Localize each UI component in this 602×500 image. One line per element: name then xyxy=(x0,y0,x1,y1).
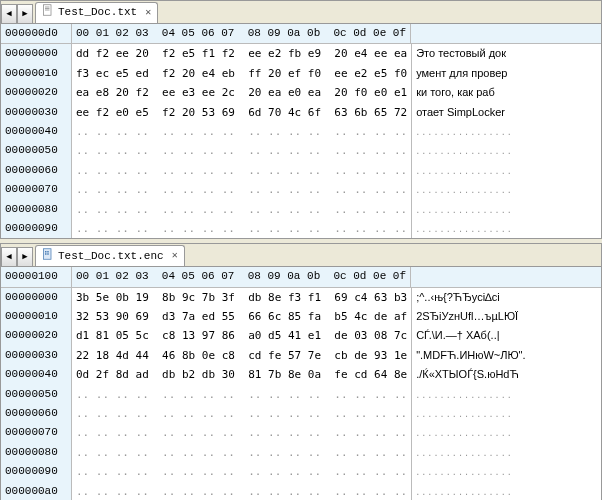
address-cell: 00000040 xyxy=(1,122,72,141)
address-cell: 00000070 xyxy=(1,423,72,442)
hex-bytes[interactable]: ee f2 e0 e5 f2 20 53 69 6d 70 4c 6f 63 6… xyxy=(72,103,412,122)
hex-row[interactable]: 00000010f3 ec e5 ed f2 20 e4 eb ff 20 ef… xyxy=(1,64,601,83)
ascii-cell: умент для провер xyxy=(412,64,554,83)
address-cell: 00000040 xyxy=(1,365,72,384)
hex-row[interactable]: 00000090.. .. .. .. .. .. .. .. .. .. ..… xyxy=(1,219,601,238)
hex-bytes[interactable]: dd f2 ee 20 f2 e5 f1 f2 ee e2 fb e9 20 e… xyxy=(72,44,412,63)
address-cell: 00000000 xyxy=(1,288,72,307)
ascii-cell: . . . . . . . . . . . . . . . . xyxy=(412,161,554,180)
hex-view[interactable]: 0000010000 01 02 03 04 05 06 07 08 09 0a… xyxy=(1,267,601,500)
address-cell: 00000050 xyxy=(1,141,72,160)
hex-bytes[interactable]: 22 18 4d 44 46 8b 0e c8 cd fe 57 7e cb d… xyxy=(72,346,412,365)
address-cell: 00000050 xyxy=(1,385,72,404)
hex-row[interactable]: 00000060.. .. .. .. .. .. .. .. .. .. ..… xyxy=(1,404,601,423)
hex-bytes[interactable]: .. .. .. .. .. .. .. .. .. .. .. .. .. .… xyxy=(72,443,412,462)
hex-row[interactable]: 0000001032 53 90 69 d3 7a ed 55 66 6c 85… xyxy=(1,307,601,326)
ascii-cell: . . . . . . . . . . . . . . . . xyxy=(412,219,554,238)
tab-label: Test_Doc.txt.enc xyxy=(58,249,164,264)
hex-row[interactable]: 00000050.. .. .. .. .. .. .. .. .. .. ..… xyxy=(1,385,601,404)
header-offset: 000000d0 xyxy=(1,24,72,43)
svg-rect-7 xyxy=(45,253,47,255)
ascii-cell: . . . . . . . . . . . . . . . . xyxy=(412,482,554,500)
ascii-cell: . . . . . . . . . . . . . . . . xyxy=(412,385,554,404)
nav-left-button[interactable]: ◀ xyxy=(1,247,17,266)
ascii-cell: ки того, как раб xyxy=(412,83,554,102)
text-file-icon xyxy=(42,4,58,21)
hex-editor-pane: ◀▶Test_Doc.txt.enc✕0000010000 01 02 03 0… xyxy=(0,243,602,500)
address-cell: 000000a0 xyxy=(1,482,72,500)
svg-rect-5 xyxy=(45,251,47,253)
ascii-cell: ".MDFЋ.ИНюW~ЛЮ". xyxy=(412,346,554,365)
column-headers: 00 01 02 03 04 05 06 07 08 09 0a 0b 0c 0… xyxy=(72,267,411,286)
address-cell: 00000020 xyxy=(1,326,72,345)
hex-view[interactable]: 000000d000 01 02 03 04 05 06 07 08 09 0a… xyxy=(1,24,601,238)
tab-label: Test_Doc.txt xyxy=(58,5,137,20)
hex-bytes[interactable]: d1 81 05 5c c8 13 97 86 a0 d5 41 e1 de 0… xyxy=(72,326,412,345)
close-icon[interactable]: ✕ xyxy=(172,249,178,263)
address-cell: 00000030 xyxy=(1,103,72,122)
hex-row[interactable]: 00000080.. .. .. .. .. .. .. .. .. .. ..… xyxy=(1,200,601,219)
column-header-row: 000000d000 01 02 03 04 05 06 07 08 09 0a… xyxy=(1,24,601,44)
address-cell: 00000010 xyxy=(1,64,72,83)
ascii-header xyxy=(411,24,553,43)
hex-row[interactable]: 000000a0.. .. .. .. .. .. .. .. .. .. ..… xyxy=(1,482,601,500)
hex-bytes[interactable]: ea e8 20 f2 ee e3 ee 2c 20 ea e0 ea 20 f… xyxy=(72,83,412,102)
hex-bytes[interactable]: .. .. .. .. .. .. .. .. .. .. .. .. .. .… xyxy=(72,482,412,500)
ascii-cell: 2SЂiУzнUfl…ъµLЮЇ xyxy=(412,307,554,326)
hex-row[interactable]: 00000050.. .. .. .. .. .. .. .. .. .. ..… xyxy=(1,141,601,160)
hex-bytes[interactable]: .. .. .. .. .. .. .. .. .. .. .. .. .. .… xyxy=(72,462,412,481)
ascii-cell: . . . . . . . . . . . . . . . . xyxy=(412,462,554,481)
hex-bytes[interactable]: .. .. .. .. .. .. .. .. .. .. .. .. .. .… xyxy=(72,180,412,199)
hex-bytes[interactable]: .. .. .. .. .. .. .. .. .. .. .. .. .. .… xyxy=(72,200,412,219)
hex-bytes[interactable]: 0d 2f 8d ad db b2 db 30 81 7b 8e 0a fe c… xyxy=(72,365,412,384)
address-cell: 00000020 xyxy=(1,83,72,102)
hex-row[interactable]: 000000400d 2f 8d ad db b2 db 30 81 7b 8e… xyxy=(1,365,601,384)
hex-row[interactable]: 00000070.. .. .. .. .. .. .. .. .. .. ..… xyxy=(1,423,601,442)
hex-row[interactable]: 00000000dd f2 ee 20 f2 e5 f1 f2 ee e2 fb… xyxy=(1,44,601,63)
address-cell: 00000090 xyxy=(1,462,72,481)
hex-bytes[interactable]: .. .. .. .. .. .. .. .. .. .. .. .. .. .… xyxy=(72,161,412,180)
close-icon[interactable]: ✕ xyxy=(145,6,151,20)
hex-bytes[interactable]: f3 ec e5 ed f2 20 e4 eb ff 20 ef f0 ee e… xyxy=(72,64,412,83)
nav-left-button[interactable]: ◀ xyxy=(1,4,17,23)
file-tab[interactable]: Test_Doc.txt.enc✕ xyxy=(35,245,185,266)
ascii-header xyxy=(411,267,553,286)
ascii-cell: . . . . . . . . . . . . . . . . xyxy=(412,404,554,423)
hex-bytes[interactable]: .. .. .. .. .. .. .. .. .. .. .. .. .. .… xyxy=(72,219,412,238)
address-cell: 00000080 xyxy=(1,443,72,462)
address-cell: 00000000 xyxy=(1,44,72,63)
svg-rect-8 xyxy=(47,253,49,255)
hex-row[interactable]: 00000080.. .. .. .. .. .. .. .. .. .. ..… xyxy=(1,443,601,462)
ascii-cell: . . . . . . . . . . . . . . . . xyxy=(412,122,554,141)
ascii-cell: . . . . . . . . . . . . . . . . xyxy=(412,180,554,199)
hex-row[interactable]: 0000003022 18 4d 44 46 8b 0e c8 cd fe 57… xyxy=(1,346,601,365)
nav-right-button[interactable]: ▶ xyxy=(17,247,33,266)
ascii-cell: ./Ќ«XTЫОЃ{Ѕ.юНdЋ xyxy=(412,365,554,384)
nav-right-button[interactable]: ▶ xyxy=(17,4,33,23)
hex-row[interactable]: 00000030ee f2 e0 e5 f2 20 53 69 6d 70 4c… xyxy=(1,103,601,122)
file-tab[interactable]: Test_Doc.txt✕ xyxy=(35,2,158,23)
hex-row[interactable]: 00000090.. .. .. .. .. .. .. .. .. .. ..… xyxy=(1,462,601,481)
hex-editor-pane: ◀▶Test_Doc.txt✕000000d000 01 02 03 04 05… xyxy=(0,0,602,239)
binary-file-icon xyxy=(42,248,58,265)
hex-row[interactable]: 00000060.. .. .. .. .. .. .. .. .. .. ..… xyxy=(1,161,601,180)
hex-row[interactable]: 00000020d1 81 05 5c c8 13 97 86 a0 d5 41… xyxy=(1,326,601,345)
hex-bytes[interactable]: .. .. .. .. .. .. .. .. .. .. .. .. .. .… xyxy=(72,122,412,141)
hex-bytes[interactable]: .. .. .. .. .. .. .. .. .. .. .. .. .. .… xyxy=(72,141,412,160)
address-cell: 00000080 xyxy=(1,200,72,219)
hex-row[interactable]: 00000070.. .. .. .. .. .. .. .. .. .. ..… xyxy=(1,180,601,199)
hex-bytes[interactable]: 32 53 90 69 d3 7a ed 55 66 6c 85 fa b5 4… xyxy=(72,307,412,326)
hex-row[interactable]: 00000040.. .. .. .. .. .. .. .. .. .. ..… xyxy=(1,122,601,141)
tab-bar: ◀▶Test_Doc.txt✕ xyxy=(1,1,601,24)
hex-row[interactable]: 00000020ea e8 20 f2 ee e3 ee 2c 20 ea e0… xyxy=(1,83,601,102)
ascii-cell: . . . . . . . . . . . . . . . . xyxy=(412,443,554,462)
column-header-row: 0000010000 01 02 03 04 05 06 07 08 09 0a… xyxy=(1,267,601,287)
hex-bytes[interactable]: .. .. .. .. .. .. .. .. .. .. .. .. .. .… xyxy=(72,385,412,404)
hex-bytes[interactable]: 3b 5e 0b 19 8b 9c 7b 3f db 8e f3 f1 69 c… xyxy=(72,288,412,307)
tab-bar: ◀▶Test_Doc.txt.enc✕ xyxy=(1,244,601,267)
hex-bytes[interactable]: .. .. .. .. .. .. .. .. .. .. .. .. .. .… xyxy=(72,423,412,442)
hex-bytes[interactable]: .. .. .. .. .. .. .. .. .. .. .. .. .. .… xyxy=(72,404,412,423)
hex-row[interactable]: 000000003b 5e 0b 19 8b 9c 7b 3f db 8e f3… xyxy=(1,288,601,307)
ascii-cell: CЃ.\И.—† ХАб(..| xyxy=(412,326,554,345)
ascii-cell: . . . . . . . . . . . . . . . . xyxy=(412,141,554,160)
